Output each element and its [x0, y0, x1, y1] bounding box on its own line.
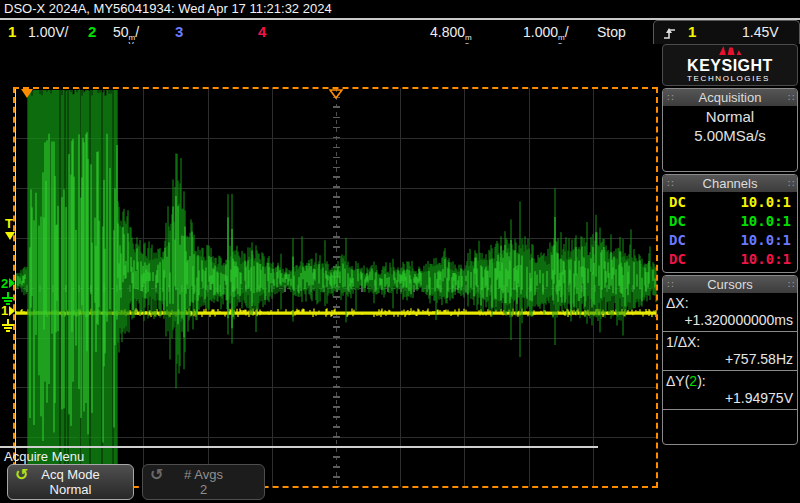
- ch2-scale-slash: /: [135, 24, 139, 40]
- num-avgs-label: # Avgs: [143, 467, 264, 482]
- ch2-scale-value: 50: [113, 24, 129, 40]
- title-bar: DSO-X 2024A, MY56041934: Wed Apr 17 11:2…: [0, 0, 800, 18]
- ch4-probe: 10.0:1: [740, 251, 791, 267]
- channels-panel-header[interactable]: ∷ Channels ∷: [663, 175, 797, 192]
- menu-separator: [0, 446, 598, 448]
- sidebar: KEYSIGHT TECHNOLOGIES ∷ Acquisition ∷ No…: [662, 44, 798, 445]
- acquisition-mode: Normal: [663, 108, 797, 125]
- timebase-slash: /: [565, 24, 569, 40]
- ch3-number[interactable]: 3: [175, 23, 183, 40]
- keysight-logo-icon: [716, 45, 744, 55]
- trigger-level: 1.45V: [742, 24, 779, 40]
- grip-icon: ∷: [788, 179, 793, 189]
- cursor-dy-channel: 2: [689, 373, 697, 389]
- ch1-scale[interactable]: 1.00V/: [28, 24, 68, 40]
- timebase-value: 1.000: [523, 24, 558, 40]
- instrument-title: DSO-X 2024A, MY56041934: Wed Apr 17 11:2…: [4, 1, 332, 16]
- cursors-panel: ∷ Cursors ∷ ΔX: +1.320000000ms 1/ΔX: +75…: [662, 275, 798, 445]
- acq-mode-softkey-button[interactable]: ↺ Acq Mode Normal: [7, 464, 134, 500]
- grip-icon: ∷: [788, 93, 793, 103]
- trigger-level-marker-label[interactable]: T: [5, 217, 13, 230]
- acquisition-sample-rate: 5.00MSa/s: [663, 127, 797, 144]
- ch1-reference-label[interactable]: 1: [1, 304, 8, 317]
- trigger-position-marker[interactable]: [21, 89, 33, 98]
- channel-row-2: DC 10.0:1: [663, 211, 797, 230]
- channels-title: Channels: [672, 176, 787, 191]
- cursor-dx-label: ΔX:: [663, 293, 797, 311]
- ch2-coupling: DC: [669, 213, 686, 229]
- num-avgs-value: 2: [143, 482, 264, 497]
- ch2-reference-arrow-icon: [9, 278, 15, 288]
- brand-text: KEYSIGHT TECHNOLOGIES: [687, 59, 773, 85]
- cursor-dy-label: ΔY(2):: [663, 371, 797, 389]
- ch1-number[interactable]: 1: [8, 23, 16, 40]
- status-row: 1 1.00V/ 2 50mV/ 3 4 4.800ms 1.000ms/ St…: [0, 20, 800, 44]
- graticule-left-edge: [15, 89, 16, 485]
- divider: [663, 409, 797, 410]
- acquisition-title: Acquisition: [672, 90, 787, 105]
- acquisition-panel: ∷ Acquisition ∷ Normal 5.00MSa/s: [662, 88, 798, 172]
- brand-panel: KEYSIGHT TECHNOLOGIES: [662, 44, 798, 86]
- ch2-probe: 10.0:1: [740, 213, 791, 229]
- cursor-invdx-label: 1/ΔX:: [663, 332, 797, 350]
- cursors-panel-header[interactable]: ∷ Cursors ∷: [663, 276, 797, 293]
- acquisition-border: [13, 87, 658, 488]
- ch3-coupling: DC: [669, 232, 686, 248]
- trigger-slope-icon: [662, 25, 676, 41]
- ch1-coupling: DC: [669, 194, 686, 210]
- channels-panel: ∷ Channels ∷ DC 10.0:1 DC 10.0:1 DC 10.0…: [662, 174, 798, 273]
- ch1-probe: 10.0:1: [740, 194, 791, 210]
- ch2-number[interactable]: 2: [88, 23, 96, 40]
- cursors-title: Cursors: [672, 277, 787, 292]
- ch3-probe: 10.0:1: [740, 232, 791, 248]
- brand-line2: TECHNOLOGIES: [687, 72, 773, 85]
- ch1-ground-icon: [2, 319, 14, 332]
- cursor-dx-value: +1.320000000ms: [663, 311, 797, 330]
- brand-line1: KEYSIGHT: [687, 59, 773, 72]
- channel-row-1: DC 10.0:1: [663, 192, 797, 211]
- grip-icon: ∷: [788, 280, 793, 290]
- oscilloscope-screen: DSO-X 2024A, MY56041934: Wed Apr 17 11:2…: [0, 0, 800, 503]
- cursor-dy-value: +1.94975V: [663, 389, 797, 408]
- delay-value: 4.800: [430, 24, 465, 40]
- acq-mode-value: Normal: [8, 482, 133, 497]
- menu-title: Acquire Menu: [4, 449, 84, 464]
- ch1-reference-arrow-icon: [9, 306, 15, 316]
- ch2-reference-label[interactable]: 2: [1, 277, 8, 290]
- acq-mode-label: Acq Mode: [8, 467, 133, 482]
- time-reference-marker[interactable]: [329, 89, 343, 99]
- num-avgs-softkey-button[interactable]: ↺ # Avgs 2: [142, 464, 265, 500]
- channel-row-3: DC 10.0:1: [663, 230, 797, 249]
- run-state: Stop: [597, 24, 626, 40]
- trigger-source: 1: [688, 23, 696, 40]
- cursor-invdx-value: +757.58Hz: [663, 350, 797, 369]
- trigger-status-block[interactable]: 1 1.45V: [653, 20, 800, 44]
- channel-row-4: DC 10.0:1: [663, 249, 797, 268]
- trigger-level-marker-icon[interactable]: [5, 232, 15, 240]
- acquisition-panel-header[interactable]: ∷ Acquisition ∷: [663, 89, 797, 106]
- ch4-number[interactable]: 4: [258, 23, 266, 40]
- waveform-display: T 2 1: [0, 44, 662, 445]
- ch4-coupling: DC: [669, 251, 686, 267]
